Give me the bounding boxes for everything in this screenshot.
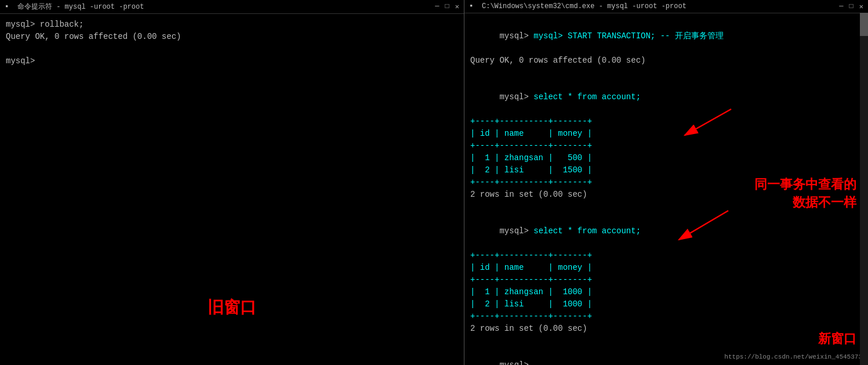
table1-border-top: +----+----------+-------+ bbox=[470, 115, 862, 128]
table2-row2: | 2 | lisi | 1000 | bbox=[470, 298, 862, 310]
right-scrollbar[interactable] bbox=[860, 13, 868, 365]
left-line-3 bbox=[6, 43, 458, 55]
right-line-start-tx: mysql> mysql> START TRANSACTION; -- 开启事务… bbox=[470, 18, 862, 55]
left-title: 命令提示符 - mysql -uroot -proot bbox=[17, 2, 144, 12]
old-window-label: 旧窗口 bbox=[208, 297, 256, 319]
minimize-btn-left[interactable]: ─ bbox=[435, 2, 439, 11]
table2-border-bot: +----+----------+-------+ bbox=[470, 310, 862, 323]
left-titlebar: ▪ 命令提示符 - mysql -uroot -proot ─ □ ✕ bbox=[0, 0, 464, 14]
right-line-blank-1 bbox=[470, 67, 862, 79]
scrollbar-thumb[interactable] bbox=[860, 13, 868, 36]
close-btn-right[interactable]: ✕ bbox=[859, 2, 863, 11]
right-blank-3 bbox=[470, 335, 862, 347]
minimize-btn-right[interactable]: ─ bbox=[839, 2, 843, 11]
table1-border-mid: +----+----------+-------+ bbox=[470, 140, 862, 152]
maximize-btn-right[interactable]: □ bbox=[849, 2, 854, 11]
right-controls[interactable]: ─ □ ✕ bbox=[839, 2, 863, 11]
table1-row1: | 1 | zhangsan | 500 | bbox=[470, 152, 862, 164]
start-tx-text: mysql> START TRANSACTION; -- 开启事务管理 bbox=[533, 31, 724, 41]
left-window: ▪ 命令提示符 - mysql -uroot -proot ─ □ ✕ mysq… bbox=[0, 0, 464, 365]
left-titlebar-left: ▪ 命令提示符 - mysql -uroot -proot bbox=[5, 2, 144, 12]
cmd-icon-left: ▪ bbox=[5, 2, 14, 12]
left-line-1: mysql> rollback; bbox=[6, 19, 458, 31]
table2-row1: | 1 | zhangsan | 1000 | bbox=[470, 286, 862, 298]
table1-row2: | 2 | lisi | 1500 | bbox=[470, 164, 862, 176]
right-terminal: mysql> mysql> START TRANSACTION; -- 开启事务… bbox=[464, 13, 868, 365]
table1-header: | id | name | money | bbox=[470, 128, 862, 140]
left-line-4: mysql> bbox=[6, 55, 458, 67]
table2-header: | id | name | money | bbox=[470, 262, 862, 274]
maximize-btn-left[interactable]: □ bbox=[445, 2, 449, 11]
cmd-icon-right: ▪ bbox=[469, 2, 478, 11]
website-link: https://blog.csdn.net/weixin_4545373 bbox=[724, 353, 862, 360]
table2-border-mid: +----+----------+-------+ bbox=[470, 274, 862, 286]
left-controls[interactable]: ─ □ ✕ bbox=[435, 2, 459, 11]
left-line-2: Query OK, 0 rows affected (0.00 sec) bbox=[6, 31, 458, 43]
right-window: ▪ C:\Windows\system32\cmd.exe - mysql -u… bbox=[464, 0, 868, 365]
right-line-select-2: mysql> select * from account; bbox=[470, 213, 862, 250]
right-line-query-ok-1: Query OK, 0 rows affected (0.00 sec) bbox=[470, 55, 862, 67]
right-result-2: 2 rows in set (0.00 sec) bbox=[470, 323, 862, 335]
table2-border-top: +----+----------+-------+ bbox=[470, 250, 862, 262]
right-titlebar: ▪ C:\Windows\system32\cmd.exe - mysql -u… bbox=[464, 0, 868, 13]
right-title: C:\Windows\system32\cmd.exe - mysql -uro… bbox=[482, 2, 687, 10]
right-line-select-1: mysql> select * from account; bbox=[470, 79, 862, 115]
right-titlebar-left: ▪ C:\Windows\system32\cmd.exe - mysql -u… bbox=[469, 2, 687, 11]
new-window-label: 新窗口 bbox=[818, 330, 856, 348]
same-tx-annotation: 同一事务中查看的数据不一样 bbox=[754, 176, 856, 212]
close-btn-left[interactable]: ✕ bbox=[455, 2, 459, 11]
